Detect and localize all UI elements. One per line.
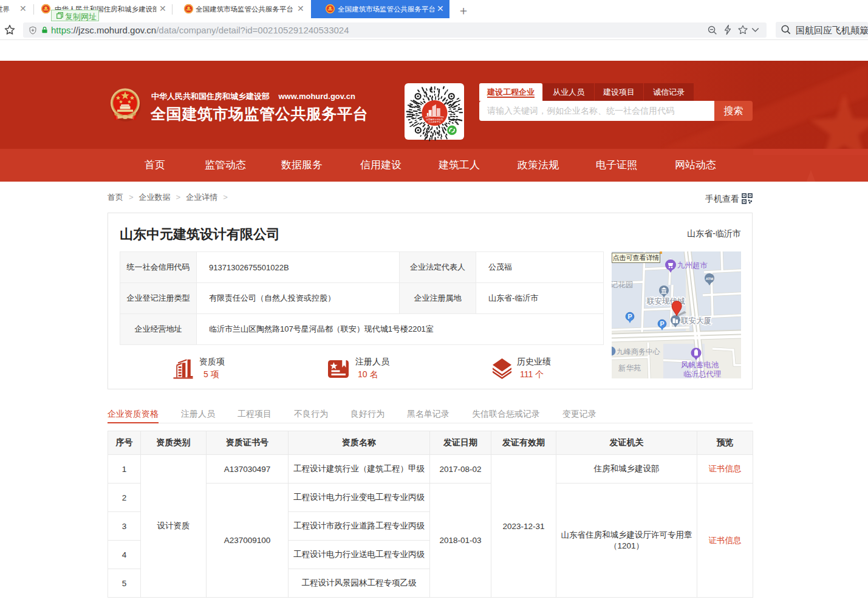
svg-text:临沂总代理: 临沂总代理	[683, 370, 722, 378]
svg-text:新华苑: 新华苑	[618, 364, 641, 372]
svg-text:风帆蓄电池: 风帆蓄电池	[681, 361, 719, 369]
svg-text:联安大厦: 联安大厦	[680, 316, 711, 325]
svg-text:九峰商务中心: 九峰商务中心	[617, 347, 660, 356]
svg-text:九州超市: 九州超市	[677, 261, 708, 270]
svg-text:ATM: ATM	[706, 277, 714, 281]
svg-text:P: P	[627, 313, 632, 320]
svg-text:记花园: 记花园	[612, 281, 634, 289]
svg-text:P: P	[660, 320, 664, 327]
svg-text:公共服务平台: 公共服务平台	[428, 120, 442, 123]
